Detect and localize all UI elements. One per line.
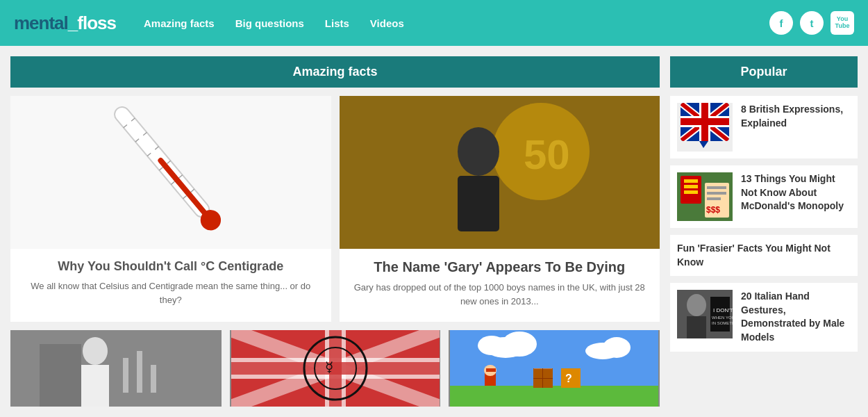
thermometer-article-title: Why You Shouldn't Call °C Centigrade — [24, 259, 317, 274]
svg-rect-48 — [542, 368, 543, 388]
sidebar: Popular — [670, 56, 858, 407]
amazing-facts-banner: Amazing facts — [10, 56, 660, 88]
svg-point-75 — [687, 294, 706, 316]
gary-article-title: The Name 'Gary' Appears To Be Dying — [353, 259, 646, 275]
sidebar-item-italian[interactable]: I DON'T WHEN YOU'RE NOT IN SOMETHING SO … — [670, 283, 858, 351]
svg-text:50: 50 — [524, 131, 570, 178]
social-icons-group: f t YouTube — [769, 11, 854, 35]
svg-text:☿: ☿ — [325, 359, 333, 375]
svg-rect-26 — [137, 351, 142, 393]
main-nav: Amazing facts Big questions Lists Videos — [144, 17, 769, 29]
nav-big-questions[interactable]: Big questions — [235, 17, 304, 29]
content-area: Amazing facts — [10, 56, 660, 407]
main-container: Amazing facts — [0, 46, 868, 417]
article-gary[interactable]: 50 The Name 'Gary' Appears To Be Dying G… — [340, 96, 660, 322]
italian-gestures-image: I DON'T WHEN YOU'RE NOT IN SOMETHING SO — [677, 290, 733, 338]
thermometer-article-body: Why You Shouldn't Call °C Centigrade We … — [10, 249, 331, 320]
gary-article-excerpt: Gary has dropped out of the top 1000 boy… — [353, 281, 646, 308]
british-article-title: 8 British Expressions, Explained — [741, 103, 851, 130]
svg-rect-22 — [40, 344, 81, 407]
header: mental_floss Amazing facts Big questions… — [0, 0, 868, 46]
popular-banner: Popular — [670, 56, 858, 88]
zodiac-image: ☿ — [230, 330, 441, 407]
svg-point-43 — [603, 337, 631, 358]
gary-article-image: 50 — [340, 96, 660, 249]
svg-point-23 — [83, 337, 108, 365]
sidebar-item-british[interactable]: 8 British Expressions, Explained — [670, 96, 858, 158]
svg-text:?: ? — [565, 373, 572, 384]
svg-rect-67 — [684, 185, 698, 188]
article-mario[interactable]: ? — [449, 330, 660, 407]
svg-rect-53 — [486, 368, 496, 372]
articles-bottom-row: ☿ — [10, 330, 660, 407]
youtube-icon[interactable]: YouTube — [831, 11, 854, 35]
nav-lists[interactable]: Lists — [325, 17, 349, 29]
article-thermometer[interactable]: Why You Shouldn't Call °C Centigrade We … — [10, 96, 331, 322]
svg-point-40 — [502, 332, 537, 357]
british-flag-image — [677, 103, 733, 152]
svg-point-41 — [478, 336, 506, 355]
thermometer-image — [10, 96, 331, 249]
twitter-icon[interactable]: t — [800, 11, 824, 35]
svg-rect-72 — [707, 197, 721, 200]
svg-rect-66 — [684, 179, 698, 183]
monopoly-image: $$$ — [677, 172, 733, 221]
lab-image — [10, 330, 222, 407]
articles-top-row: Why You Shouldn't Call °C Centigrade We … — [10, 96, 660, 322]
mario-image: ? — [449, 330, 660, 407]
svg-rect-13 — [157, 156, 209, 217]
logo-floss: _floss — [68, 13, 116, 33]
svg-rect-71 — [707, 192, 726, 195]
svg-rect-68 — [684, 190, 698, 194]
svg-text:WHEN YOU'RE NOT: WHEN YOU'RE NOT — [712, 316, 733, 320]
gary-article-body: The Name 'Gary' Appears To Be Dying Gary… — [340, 249, 660, 322]
article-zodiac[interactable]: ☿ — [230, 330, 441, 407]
svg-rect-76 — [687, 316, 706, 338]
svg-text:$$$: $$$ — [706, 205, 720, 215]
sidebar-item-frasier[interactable]: Fun 'Frasier' Facts You Might Not Know — [670, 235, 858, 276]
svg-rect-24 — [81, 365, 109, 407]
svg-rect-70 — [707, 186, 726, 189]
logo-mental: mental — [14, 13, 68, 33]
thermometer-article-excerpt: We all know that Celsius and Centigrade … — [24, 279, 317, 306]
svg-rect-19 — [458, 176, 499, 231]
svg-text:I DON'T: I DON'T — [713, 307, 733, 313]
nav-amazing-facts[interactable]: Amazing facts — [144, 17, 215, 29]
facebook-icon[interactable]: f — [769, 11, 793, 35]
svg-rect-25 — [123, 358, 128, 393]
svg-rect-77 — [710, 297, 730, 332]
sidebar-item-mcdonalds[interactable]: $$$ 13 Things You Might Not Know About M… — [670, 165, 858, 228]
svg-rect-27 — [151, 365, 156, 393]
svg-text:IN SOMETHING SO: IN SOMETHING SO — [712, 321, 733, 325]
svg-point-18 — [458, 127, 499, 176]
article-lab[interactable] — [10, 330, 222, 407]
italian-article-title: 20 Italian Hand Gestures, Demonstrated b… — [741, 290, 851, 344]
nav-videos[interactable]: Videos — [370, 17, 404, 29]
mcdonalds-article-title: 13 Things You Might Not Know About McDon… — [741, 172, 851, 213]
svg-rect-44 — [450, 386, 658, 407]
frasier-article-title: Fun 'Frasier' Facts You Might Not Know — [677, 242, 851, 269]
site-logo[interactable]: mental_floss — [14, 13, 116, 34]
